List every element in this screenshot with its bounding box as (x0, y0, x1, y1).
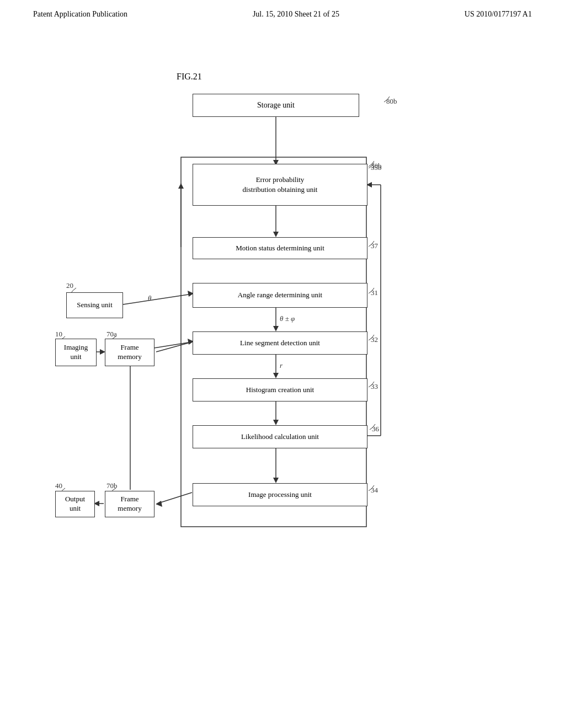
svg-marker-19 (273, 373, 279, 378)
output-unit-box: Outputunit (55, 491, 95, 517)
error-prob-box: Error probabilitydistribution obtaining … (193, 164, 367, 206)
imaging-unit-box: Imagingunit (55, 339, 97, 366)
svg-text:37: 37 (371, 242, 379, 250)
output-unit-label: Outputunit (65, 495, 85, 513)
error-prob-label: Error probabilitydistribution obtaining … (243, 175, 318, 195)
svg-marker-7 (178, 183, 184, 189)
frame-memory-a-box: Framememory (105, 339, 154, 366)
image-proc-box: Image processing unit (193, 483, 367, 506)
svg-text:80b: 80b (386, 97, 397, 105)
sensing-unit-box: Sensing unit (66, 292, 123, 318)
svg-text:70a: 70a (106, 330, 117, 338)
fig-label: FIG.21 (177, 72, 202, 82)
svg-marker-22 (273, 420, 279, 425)
svg-text:33: 33 (371, 382, 378, 390)
likelihood-label: Likelihood calculation unit (241, 432, 319, 442)
svg-text:36: 36 (372, 425, 380, 433)
svg-text:40: 40 (55, 481, 62, 490)
imaging-unit-label: Imagingunit (64, 343, 88, 362)
frame-memory-b-box: Framememory (105, 491, 154, 517)
motion-status-label: Motion status determining unit (236, 244, 324, 253)
header-middle: Jul. 15, 2010 Sheet 21 of 25 (253, 10, 339, 19)
svg-line-30 (157, 493, 192, 504)
svg-line-8 (123, 294, 192, 304)
likelihood-box: Likelihood calculation unit (193, 425, 367, 448)
svg-text:r: r (280, 361, 283, 370)
histogram-label: Histogram creation unit (246, 386, 314, 395)
storage-unit-box: Storage unit (193, 94, 359, 117)
diagram-svg: 30b θ θ ± φ r (33, 72, 532, 673)
frame-memory-a-label: Framememory (118, 343, 141, 362)
diagram-container: FIG.21 30b θ (33, 72, 532, 673)
svg-marker-29 (273, 478, 279, 483)
histogram-box: Histogram creation unit (193, 378, 367, 402)
svg-text:10: 10 (55, 330, 62, 338)
angle-range-label: Angle range determining unit (238, 291, 322, 300)
svg-text:20: 20 (66, 281, 73, 290)
page-header: Patent Application Publication Jul. 15, … (0, 0, 565, 19)
storage-unit-label: Storage unit (257, 100, 295, 110)
line-segment-label: Line segment detection unit (240, 339, 320, 348)
svg-text:30b: 30b (371, 162, 382, 170)
svg-text:32: 32 (371, 335, 378, 344)
svg-line-14 (156, 342, 192, 352)
angle-range-box: Angle range determining unit (193, 283, 367, 308)
svg-text:70b: 70b (106, 481, 118, 490)
header-right: US 2010/0177197 A1 (465, 10, 532, 19)
svg-text:34: 34 (371, 486, 379, 494)
svg-marker-31 (156, 501, 162, 507)
svg-text:θ ± φ: θ ± φ (280, 314, 295, 323)
line-segment-box: Line segment detection unit (193, 331, 367, 355)
svg-text:θ: θ (148, 294, 152, 302)
svg-marker-5 (273, 232, 279, 237)
svg-marker-12 (273, 326, 279, 331)
image-proc-label: Image processing unit (248, 490, 312, 500)
svg-text:35b: 35b (371, 163, 382, 172)
sensing-unit-label: Sensing unit (77, 301, 113, 310)
frame-memory-b-label: Framememory (118, 495, 141, 513)
header-left: Patent Application Publication (33, 10, 127, 19)
motion-status-box: Motion status determining unit (193, 237, 367, 259)
svg-text:31: 31 (371, 288, 378, 297)
